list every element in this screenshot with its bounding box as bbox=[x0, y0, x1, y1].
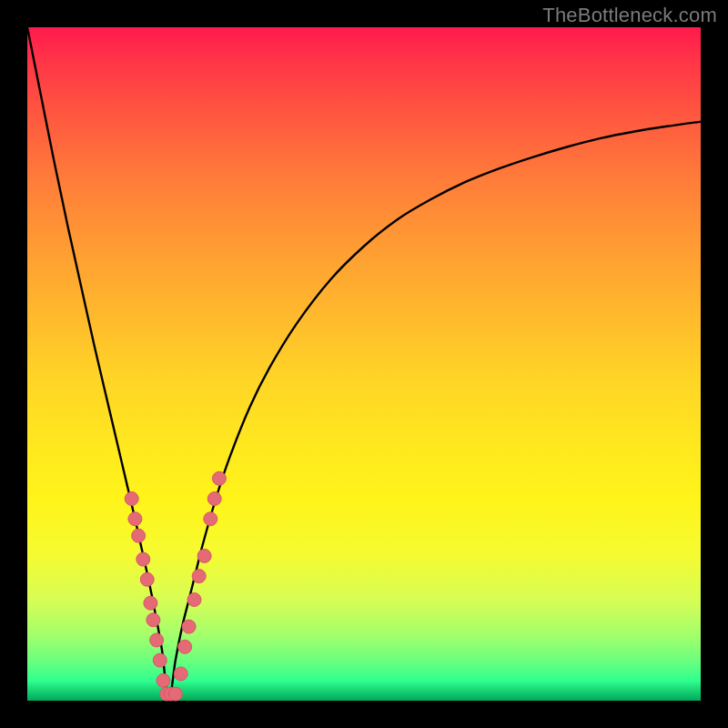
marker-dot bbox=[174, 667, 187, 681]
marker-dot bbox=[128, 512, 142, 526]
outer-frame: TheBottleneck.com bbox=[0, 0, 728, 728]
bottleneck-curve bbox=[27, 27, 701, 701]
marker-dot bbox=[204, 512, 217, 526]
marker-dot bbox=[153, 653, 167, 667]
plot-area bbox=[27, 27, 701, 701]
marker-dot bbox=[144, 596, 157, 610]
marker-dot bbox=[132, 529, 146, 542]
marker-dot bbox=[182, 620, 196, 633]
marker-dot bbox=[178, 640, 192, 653]
marker-dot bbox=[212, 471, 226, 485]
marker-dot bbox=[157, 673, 170, 687]
marker-dot bbox=[168, 687, 182, 701]
chart-svg bbox=[27, 27, 701, 701]
marker-dot bbox=[187, 593, 201, 607]
marker-dot bbox=[197, 549, 211, 562]
marker-dot bbox=[192, 570, 206, 583]
marker-dot bbox=[207, 492, 221, 506]
marker-dot bbox=[147, 613, 160, 627]
marker-dot bbox=[125, 492, 138, 506]
marker-dot bbox=[140, 572, 154, 586]
watermark-text: TheBottleneck.com bbox=[542, 4, 717, 27]
marker-dot bbox=[136, 552, 150, 566]
marker-dot bbox=[150, 633, 164, 647]
